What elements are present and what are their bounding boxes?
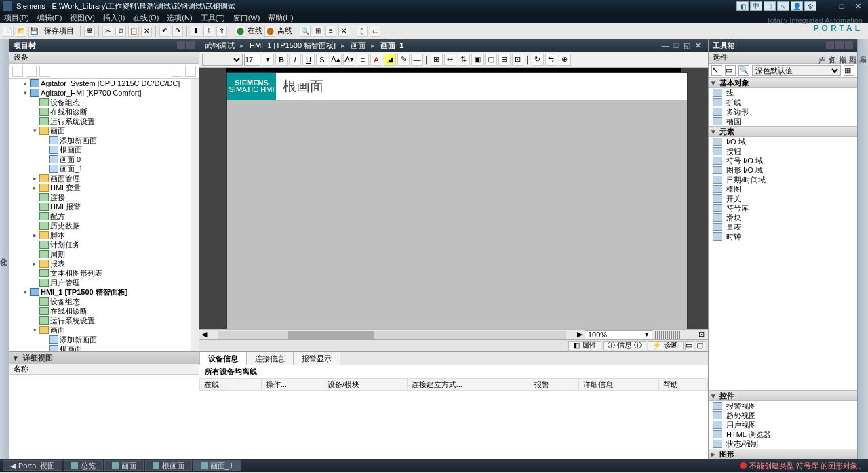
tree-item[interactable]: 根画面 [9, 145, 199, 155]
tree-item[interactable]: 添加新画面 [9, 335, 199, 344]
rotate-icon[interactable]: ↻ [532, 54, 544, 66]
tree-item[interactable]: 画面 0 [9, 155, 199, 164]
breadcrumb-item[interactable]: 画面_1 [380, 41, 403, 51]
menu-item[interactable]: 编辑(E) [37, 13, 62, 23]
side-tab[interactable]: 布局 [858, 50, 868, 454]
search-icon[interactable]: 🔍 [300, 26, 311, 37]
minimize-button[interactable]: — [818, 1, 833, 11]
tree-item[interactable]: ▸脚本 [9, 230, 199, 240]
split-v-icon[interactable]: ▭ [370, 26, 380, 37]
status-tab[interactable]: 总览 [64, 460, 103, 471]
menu-item[interactable]: 工具(T) [201, 13, 225, 23]
tree-item[interactable]: 运行系统设置 [9, 316, 199, 325]
bold-icon[interactable]: B [275, 54, 288, 66]
zoom-fit-icon[interactable]: ⊕ [559, 54, 571, 66]
compile-icon[interactable]: ⬇ [191, 26, 201, 37]
tree-item[interactable]: 画面_1 [9, 164, 199, 173]
cross-ref-icon[interactable]: ⊞ [313, 26, 323, 37]
border-color-icon[interactable]: ✎ [397, 54, 410, 66]
tree-item[interactable]: 配方 [9, 211, 199, 221]
canvas-hscroll[interactable]: ◀ ▶ 100%▾ ⊡ [199, 329, 708, 339]
side-tab[interactable]: 任务 [827, 50, 837, 454]
menu-item[interactable]: 在线(O) [133, 13, 159, 23]
tree-item[interactable]: 根画面 [9, 344, 199, 351]
distribute-h-icon[interactable]: ⇿ [444, 54, 456, 66]
tb-icon-3[interactable]: ☽ [764, 1, 776, 11]
tree-item[interactable]: 文本和图形列表 [9, 268, 199, 278]
task-icon[interactable]: ≡ [326, 26, 336, 37]
tree-filter-icon[interactable] [12, 66, 23, 77]
hmi-canvas[interactable]: SIEMENSSIMATIC HMI 根画面 [226, 72, 688, 329]
strike-icon[interactable]: S [316, 54, 328, 66]
tree-item[interactable]: 在线和诊断 [9, 107, 199, 117]
close-tab-icon[interactable]: ✕ [338, 26, 349, 37]
save-icon[interactable]: 💾 [28, 26, 39, 37]
new-project-icon[interactable]: 📄 [3, 26, 14, 37]
menu-item[interactable]: 插入(I) [103, 13, 125, 23]
tree-item[interactable]: ▾画面 [9, 325, 199, 335]
inspector-max-icon[interactable]: ▢ [696, 341, 705, 350]
distribute-v-icon[interactable]: ⇅ [458, 54, 470, 66]
info-tab[interactable]: ⓘ 信息 ⓘ [603, 341, 646, 350]
editor-restore-icon[interactable]: ◱ [682, 41, 692, 50]
flip-icon[interactable]: ⇋ [545, 54, 557, 66]
close-button[interactable]: ✕ [850, 1, 865, 11]
zoom-fit-button[interactable]: ⊡ [698, 330, 708, 339]
tree-item[interactable]: ▾HMI_1 [TP1500 精智面板] [9, 287, 199, 297]
properties-tab[interactable]: ◧ 属性 [568, 341, 601, 350]
tree-item[interactable]: ▾Agitator_HMI [KP700 Comfort] [9, 88, 199, 98]
upload-icon[interactable]: ⇧ [216, 26, 227, 37]
right-side-tabs[interactable]: 布局排列指令任务库 [857, 39, 868, 459]
tb-icon-1[interactable]: ◧ [736, 1, 749, 11]
select-tool-icon[interactable]: ▭ [725, 65, 736, 76]
tree-item[interactable]: 设备组态 [9, 98, 199, 107]
canvas-viewport[interactable]: SIEMENSSIMATIC HMI 根画面 [199, 68, 708, 329]
line-style-icon[interactable]: — [411, 54, 423, 66]
bring-front-icon[interactable]: ▣ [471, 54, 484, 66]
tree-item[interactable]: HMI 报警 [9, 202, 199, 211]
fill-color-icon[interactable]: ◢ [384, 54, 396, 66]
cursor-tool-icon[interactable]: ↖ [711, 65, 722, 76]
send-back-icon[interactable]: ▢ [485, 54, 497, 66]
breadcrumb-item[interactable]: 画面 [351, 41, 366, 51]
tree-item[interactable]: ▸Agitator_System [CPU 1215C DC/DC/DC] [9, 79, 199, 88]
tb-icon-4[interactable]: ∿ [777, 1, 789, 11]
tree-item[interactable]: 连接 [9, 192, 199, 202]
menu-item[interactable]: 窗口(W) [233, 13, 260, 23]
pin-icon[interactable] [186, 41, 195, 49]
status-tab[interactable]: 画面_1 [193, 460, 241, 471]
tree-item[interactable]: 添加新画面 [9, 136, 199, 145]
inspector-min-icon[interactable]: ▭ [685, 341, 694, 350]
group-icon[interactable]: ⊟ [498, 54, 511, 66]
tree-item[interactable]: 运行系统设置 [9, 117, 199, 126]
editor-min-icon[interactable]: — [660, 41, 670, 50]
side-tab[interactable]: 排列 [848, 50, 858, 454]
diag-tab[interactable]: 连接信息 [246, 352, 294, 365]
font-size-input[interactable] [244, 54, 260, 66]
tree-view2-icon[interactable] [185, 66, 196, 77]
go-online-icon[interactable]: ⬤ [235, 26, 245, 37]
editor-close-icon[interactable]: ✕ [693, 41, 703, 50]
open-project-icon[interactable]: 📂 [16, 26, 26, 37]
side-tab[interactable]: 库 [817, 50, 827, 454]
menu-item[interactable]: 帮助(H) [268, 13, 293, 23]
project-tree[interactable]: ▸Agitator_System [CPU 1215C DC/DC/DC]▾Ag… [9, 79, 199, 351]
maximize-button[interactable]: □ [834, 1, 849, 11]
left-side-tab[interactable]: 变化 [0, 39, 9, 459]
tree-collapse-icon[interactable] [39, 66, 50, 77]
diag-tab[interactable]: 设备信息 [199, 352, 247, 365]
font-size-dropdown-icon[interactable]: ▾ [262, 54, 274, 66]
align-icon[interactable]: ⊞ [431, 54, 443, 66]
tree-item[interactable]: 设备组态 [9, 297, 199, 306]
menu-item[interactable]: 项目(P) [4, 13, 29, 23]
portal-view-button[interactable]: ◀ Portal 视图 [3, 460, 62, 471]
redo-icon[interactable]: ↷ [172, 26, 183, 37]
font-color-icon[interactable]: A [370, 54, 382, 66]
tree-item[interactable]: 历史数据 [9, 221, 199, 230]
tree-view1-icon[interactable] [172, 66, 182, 77]
tb-icon-2[interactable]: 中 [750, 1, 762, 11]
paste-icon[interactable]: 📋 [128, 26, 139, 37]
status-tab[interactable]: 根画面 [145, 460, 192, 471]
diagnostics-tab[interactable]: ⚡ 诊断 [648, 341, 684, 350]
underline-icon[interactable]: U [302, 54, 315, 66]
